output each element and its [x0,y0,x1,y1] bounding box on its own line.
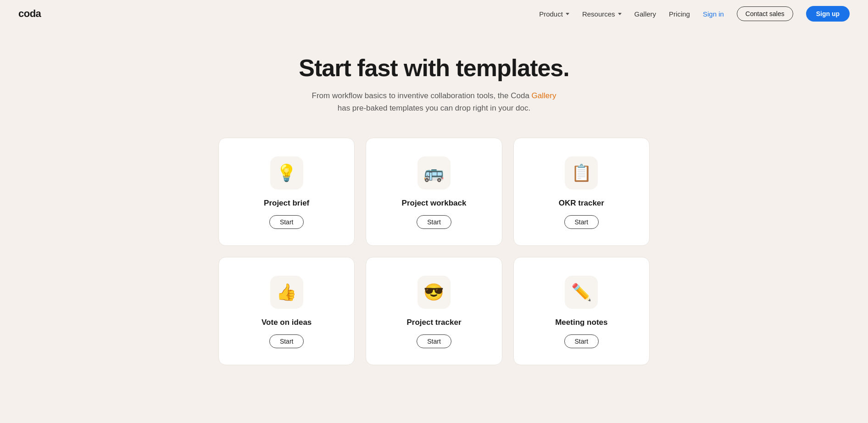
hero-section: Start fast with templates. From workflow… [0,28,868,138]
card-title-vote-on-ideas: Vote on ideas [262,318,312,327]
card-project-brief[interactable]: 💡 Project brief Start [218,138,355,246]
logo[interactable]: coda [18,8,41,20]
card-title-project-tracker: Project tracker [406,318,461,327]
product-chevron-icon [566,13,569,15]
card-icon-meeting-notes: ✏️ [565,276,598,309]
start-button-project-brief[interactable]: Start [269,215,304,229]
contact-sales-button[interactable]: Contact sales [737,6,793,21]
card-okr-tracker[interactable]: 📋 OKR tracker Start [513,138,650,246]
nav-gallery[interactable]: Gallery [634,10,657,18]
card-icon-okr-tracker: 📋 [565,156,598,189]
card-project-tracker[interactable]: 😎 Project tracker Start [366,257,502,365]
hero-gallery-link[interactable]: Gallery [532,91,556,100]
card-title-project-workback: Project workback [402,199,467,208]
templates-grid: 💡 Project brief Start 🚌 Project workback… [209,138,659,393]
hero-desc-prefix: From workflow basics to inventive collab… [312,91,532,100]
hero-heading: Start fast with templates. [9,55,859,81]
start-button-project-tracker[interactable]: Start [417,334,451,348]
hero-desc-suffix: has pre-baked templates you can drop rig… [338,104,531,112]
card-vote-on-ideas[interactable]: 👍 Vote on ideas Start [218,257,355,365]
nav-resources[interactable]: Resources [582,10,622,18]
card-title-project-brief: Project brief [264,199,309,208]
resources-chevron-icon [618,13,622,15]
start-button-meeting-notes[interactable]: Start [564,334,599,348]
start-button-project-workback[interactable]: Start [417,215,451,229]
card-title-okr-tracker: OKR tracker [559,199,604,208]
signup-button[interactable]: Sign up [806,6,850,22]
card-icon-vote-on-ideas: 👍 [270,276,303,309]
hero-description: From workflow basics to inventive collab… [306,89,562,114]
main-nav: coda Product Resources Gallery Pricing S… [0,0,868,28]
nav-pricing[interactable]: Pricing [669,10,690,18]
card-icon-project-tracker: 😎 [417,276,451,309]
card-icon-project-workback: 🚌 [417,156,451,189]
card-project-workback[interactable]: 🚌 Project workback Start [366,138,502,246]
start-button-vote-on-ideas[interactable]: Start [269,334,304,348]
card-icon-project-brief: 💡 [270,156,303,189]
start-button-okr-tracker[interactable]: Start [564,215,599,229]
card-title-meeting-notes: Meeting notes [555,318,607,327]
nav-links: Product Resources Gallery Pricing Sign i… [539,6,850,22]
nav-product[interactable]: Product [539,10,569,18]
nav-signin[interactable]: Sign in [703,10,724,18]
card-meeting-notes[interactable]: ✏️ Meeting notes Start [513,257,650,365]
